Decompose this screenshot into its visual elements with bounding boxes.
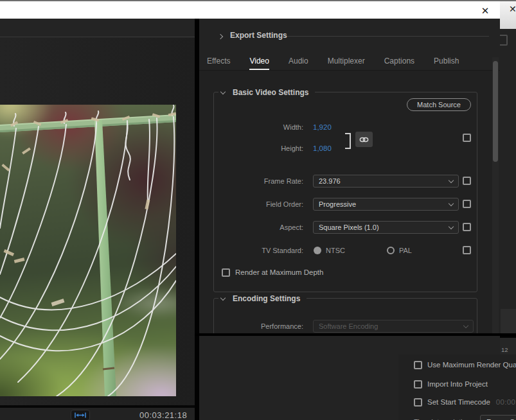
set-start-timecode-row: Set Start Timecode 00:00:00:00 <box>414 397 516 407</box>
zoom-fit-button[interactable] <box>71 410 90 420</box>
field-order-label: Field Order: <box>214 200 303 208</box>
field-order-row: Field Order: Progressive <box>214 198 478 211</box>
import-into-project-label: Import Into Project <box>427 380 488 388</box>
export-settings-title: Export Settings <box>230 31 287 40</box>
render-max-depth-row: Render at Maximum Depth <box>214 266 478 279</box>
chevron-down-icon[interactable] <box>220 295 226 300</box>
import-into-project-checkbox[interactable] <box>414 380 422 389</box>
group-legend: Basic Video Settings <box>218 87 315 98</box>
tab-publish[interactable]: Publish <box>434 53 459 70</box>
background-subpanel <box>501 309 516 334</box>
set-start-timecode-checkbox[interactable] <box>414 398 422 407</box>
chevron-down-icon <box>449 178 454 183</box>
chevron-down-icon <box>463 323 468 328</box>
performance-value: Software Encoding <box>319 322 378 330</box>
frame-rate-label: Frame Rate: <box>214 177 303 185</box>
aspect-override-checkbox[interactable] <box>463 223 471 231</box>
chevron-right-icon[interactable] <box>218 34 223 39</box>
meter-scale-label: 12 <box>501 346 508 353</box>
performance-row: Performance: Software Encoding <box>214 320 478 333</box>
width-value[interactable]: 1,920 <box>313 123 332 131</box>
tab-video[interactable]: Video <box>249 53 269 70</box>
background-window-titlebar: ✕ <box>500 1 516 29</box>
use-max-render-quality-checkbox[interactable] <box>414 361 422 369</box>
set-start-timecode-label: Set Start Timecode <box>427 398 490 406</box>
video-frame <box>0 105 176 396</box>
encoding-settings-group: Encoding Settings Performance: Software … <box>213 298 477 333</box>
video-preview <box>0 38 195 405</box>
match-source-button[interactable]: Match Source <box>407 98 471 111</box>
chevron-down-icon <box>449 224 454 229</box>
link-icon <box>359 137 369 143</box>
field-order-dropdown[interactable]: Progressive <box>313 198 459 211</box>
clothesline-illustration <box>0 105 176 396</box>
aspect-dropdown[interactable]: Square Pixels (1.0) <box>313 221 459 234</box>
width-row: Width: 1,920 <box>214 121 478 134</box>
zoom-fit-icon <box>75 412 86 418</box>
width-label: Width: <box>214 123 303 131</box>
max-render-quality-row: Use Maximum Render Quality <box>414 360 516 370</box>
frame-rate-value: 23.976 <box>319 177 341 185</box>
import-into-project-row: Import Into Project <box>414 379 488 389</box>
export-settings-pane: Export Settings Effects Video Audio Mult… <box>199 19 500 420</box>
height-label: Height: <box>214 144 303 152</box>
screen: ✕ ✕ 12 24 36 48 <box>0 0 516 420</box>
time-interpolation-value: Frame Sampling <box>486 418 516 420</box>
pane-divider <box>195 19 199 420</box>
link-dimensions-button[interactable] <box>355 132 373 147</box>
field-order-override-checkbox[interactable] <box>463 200 471 208</box>
frame-rate-override-checkbox[interactable] <box>463 177 471 185</box>
export-tabbar: Effects Video Audio Multiplexer Captions… <box>199 53 500 71</box>
radio-ntsc[interactable] <box>314 247 321 254</box>
scrollbar-thumb[interactable] <box>493 61 498 162</box>
field-order-value: Progressive <box>319 200 356 208</box>
group-title: Encoding Settings <box>233 294 300 303</box>
preview-top-strip <box>0 19 195 37</box>
pal-label: PAL <box>399 247 412 254</box>
link-bracket <box>345 133 351 149</box>
header-rule <box>287 36 489 37</box>
height-value[interactable]: 1,080 <box>313 144 332 152</box>
use-max-render-quality-label: Use Maximum Render Quality <box>427 361 516 369</box>
group-title: Basic Video Settings <box>233 88 308 97</box>
footer-separator <box>195 333 516 336</box>
tab-multiplexer[interactable]: Multiplexer <box>328 53 365 70</box>
aspect-row: Aspect: Square Pixels (1.0) <box>214 221 478 234</box>
export-dialog-titlebar: ✕ <box>0 1 500 19</box>
tab-effects[interactable]: Effects <box>207 53 230 70</box>
background-close-icon: ✕ <box>509 4 516 14</box>
chevron-down-icon[interactable] <box>220 89 226 94</box>
render-max-depth-label: Render at Maximum Depth <box>235 268 323 276</box>
render-max-depth-checkbox[interactable] <box>222 268 230 277</box>
close-button[interactable]: ✕ <box>477 3 494 17</box>
radio-pal[interactable] <box>387 247 395 254</box>
performance-label: Performance: <box>214 322 303 330</box>
aspect-value: Square Pixels (1.0) <box>319 223 379 231</box>
export-footer: Use Maximum Render Quality Use Previews … <box>398 354 516 420</box>
size-override-checkbox[interactable] <box>463 134 471 142</box>
frame-rate-dropdown[interactable]: 23.976 <box>313 175 459 188</box>
preview-timecode: 00:03:21:18 <box>139 410 187 420</box>
aspect-label: Aspect: <box>214 223 303 231</box>
export-settings-header: Export Settings <box>199 29 500 46</box>
tv-standard-label: TV Standard: <box>214 247 303 254</box>
settings-scrollbar[interactable] <box>492 57 499 333</box>
close-icon: ✕ <box>481 6 490 15</box>
group-legend: Encoding Settings <box>218 293 307 304</box>
start-timecode-value: 00:00:00:00 <box>496 398 516 406</box>
tab-captions[interactable]: Captions <box>384 53 414 70</box>
tv-standard-row: TV Standard: NTSC PAL <box>214 244 478 257</box>
chevron-down-icon <box>449 201 454 206</box>
performance-dropdown: Software Encoding <box>313 320 474 333</box>
basic-video-settings-group: Basic Video Settings Match Source Width:… <box>213 92 477 292</box>
tv-standard-override-checkbox[interactable] <box>463 246 471 254</box>
ntsc-label: NTSC <box>326 247 345 254</box>
preview-transport-bar: 00:03:21:18 <box>0 408 195 420</box>
settings-scroll-area: Basic Video Settings Match Source Width:… <box>199 71 492 333</box>
time-interpolation-dropdown[interactable]: Frame Sampling <box>480 415 516 420</box>
preview-pane: 00:03:21:18 <box>0 19 195 420</box>
frame-rate-row: Frame Rate: 23.976 <box>214 175 478 188</box>
tab-audio[interactable]: Audio <box>289 53 308 70</box>
